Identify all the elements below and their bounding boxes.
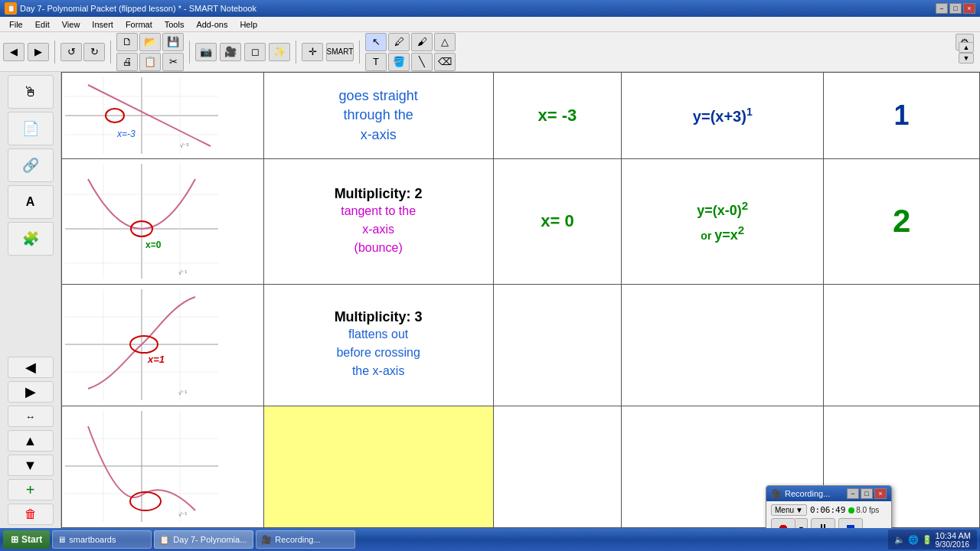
recording-menu-btn[interactable]: Menu ▼ [771,504,807,516]
minimize-button[interactable]: − [936,3,948,14]
smart-button[interactable]: SMART [326,43,354,61]
toolbar-sep-3 [189,41,190,64]
shape-tool[interactable]: △ [434,33,456,51]
content-table: x=-3 √⁻³ goes straight through the x-axi… [61,72,980,528]
svg-text:√⁻³: √⁻³ [180,142,188,149]
scroll-up-btn[interactable]: ▲ [959,42,974,53]
close-button[interactable]: × [963,3,975,14]
recording-time: 0:06:49 [810,505,845,515]
svg-text:√⁻¹: √⁻¹ [178,269,187,276]
canvas-area: ✛ [61,72,980,528]
paste-button[interactable]: 📋 [139,53,161,71]
back-button[interactable]: ◀ [3,43,24,61]
recording-min-btn[interactable]: − [847,488,859,499]
menu-addons[interactable]: Add-ons [190,18,234,31]
graph-svg-1: x=-3 √⁻³ [65,77,218,154]
taskbar-app-notebook[interactable]: 📋 Day 7- Polynomia... [154,530,253,549]
recording-fps: 8.0 fps [848,506,879,514]
zero-cell-3 [493,284,622,406]
recording-controls: Menu ▼ 0:06:49 8.0 fps ⏺ ▼ ⏸ ⏹ [766,501,891,528]
recording-popup: 🎥 Recording... − □ × Menu ▼ 0:06:49 [766,485,892,528]
highlighter-tool[interactable]: 🖌 [411,33,433,51]
undo-redo-group: ↺ ↻ [60,43,105,61]
print-button[interactable]: 🖨 [116,53,138,71]
table-row-3: x=1 √⁻¹ Multiplicity: 3 flattens out bef… [62,284,980,406]
sidebar-dn-btn[interactable]: ▼ [8,455,54,476]
open-button[interactable]: 📂 [139,33,161,51]
menu-help[interactable]: Help [234,18,263,31]
svg-text:√⁻¹: √⁻¹ [178,511,187,518]
factor-value-1: y=(x+3)1 [693,108,753,125]
recording-title-left: 🎥 Recording... [771,489,830,499]
camera-button[interactable]: 🎥 [220,43,241,61]
scroll-down-btn[interactable]: ▼ [959,53,974,64]
redo-button[interactable]: ↻ [83,43,105,61]
menu-format[interactable]: Format [119,18,158,31]
notebook-icon: 📋 [159,535,170,545]
desc-cell-1: goes straight through the x-axis [263,73,493,159]
undo-button[interactable]: ↺ [60,43,82,61]
desc-cell-3: Multiplicity: 3 flattens out before cros… [263,284,493,406]
record-button[interactable]: ⏺ [771,518,795,528]
zero-cell-2: x= 0 [493,158,622,284]
sidebar-shape-btn[interactable]: 🧩 [8,222,54,256]
menu-file[interactable]: File [3,18,29,31]
sidebar-expand-btn[interactable]: ↔ [8,406,54,427]
forward-button[interactable]: ▶ [28,43,49,61]
maximize-button[interactable]: □ [949,3,962,14]
taskbar: ⊞ Start 🖥 smartboards 📋 Day 7- Polynomia… [0,528,980,551]
toolbar-sep-4 [296,41,296,64]
save-button[interactable]: 💾 [162,33,184,51]
mult-cell-2: 2 [824,158,980,284]
menu-insert[interactable]: Insert [86,18,119,31]
mult3-header: Multiplicity: 3 flattens out before cros… [267,309,490,380]
zero-cell-4 [493,406,622,527]
select-tool[interactable]: ↖ [365,33,387,51]
move-button[interactable]: ✛ [302,43,323,61]
delete-button[interactable]: ✂ [162,53,184,71]
sidebar-up-btn[interactable]: ▲ [8,430,54,452]
pen-tool[interactable]: 🖊 [388,33,410,51]
graph-cell-4: √⁻¹ [62,406,264,527]
menu-view[interactable]: View [56,18,87,31]
zero-cell-1: x= -3 [493,73,622,159]
recording-win-btns: − □ × [847,488,887,499]
shapes-button[interactable]: ◻ [244,43,266,61]
sidebar-select-btn[interactable]: 🖱 [8,75,54,109]
menu-edit[interactable]: Edit [29,18,56,31]
table-row-2: x=0 √⁻¹ Multiplicity: 2 tangent to the x… [62,158,980,284]
magic-button[interactable]: ✨ [269,43,290,61]
desc-cell-2: Multiplicity: 2 tangent to the x-axis (b… [263,158,493,284]
fill-tool[interactable]: 🪣 [388,53,410,71]
taskbar-app-smartboards[interactable]: 🖥 smartboards [52,530,152,549]
screenshot-button[interactable]: 📷 [195,43,217,61]
sidebar-text-btn[interactable]: A [8,185,54,219]
menu-tools[interactable]: Tools [158,18,191,31]
sidebar-add-btn[interactable]: + [8,479,54,500]
menu-bar: File Edit View Insert Format Tools Add-o… [0,17,980,32]
recording-max-btn[interactable]: □ [861,488,873,499]
taskbar-app-recording[interactable]: 🎥 Recording... [256,530,355,549]
desc-text-3: flattens out before crossing the x-axis [267,325,490,380]
erase-tool[interactable]: ⌫ [434,53,456,71]
zero-value-1: x= -3 [538,106,577,125]
sidebar-back-btn[interactable]: ◀ [8,357,54,378]
recording-icon: 🎥 [771,489,782,499]
text-tool[interactable]: T [365,53,387,71]
smartboards-icon: 🖥 [57,535,66,544]
line-tool[interactable]: ╲ [411,53,433,71]
record-dropdown[interactable]: ▼ [795,518,808,528]
stop-button[interactable]: ⏹ [838,518,863,528]
desc-text-1: goes straight through the x-axis [267,86,490,145]
sidebar-link-btn[interactable]: 🔗 [8,148,54,182]
sidebar-fwd-btn[interactable]: ▶ [8,381,54,403]
graph-svg-4: √⁻¹ [65,411,218,522]
recording-close-btn[interactable]: × [874,488,887,499]
new-button[interactable]: 🗋 [116,33,138,51]
desc-cell-4 [263,406,493,527]
pause-button[interactable]: ⏸ [811,518,835,528]
start-button[interactable]: ⊞ Start [3,530,50,549]
tray-icon-2: 🌐 [908,535,919,545]
sidebar-del-btn[interactable]: 🗑 [8,504,54,525]
sidebar-page-btn[interactable]: 📄 [8,112,54,145]
